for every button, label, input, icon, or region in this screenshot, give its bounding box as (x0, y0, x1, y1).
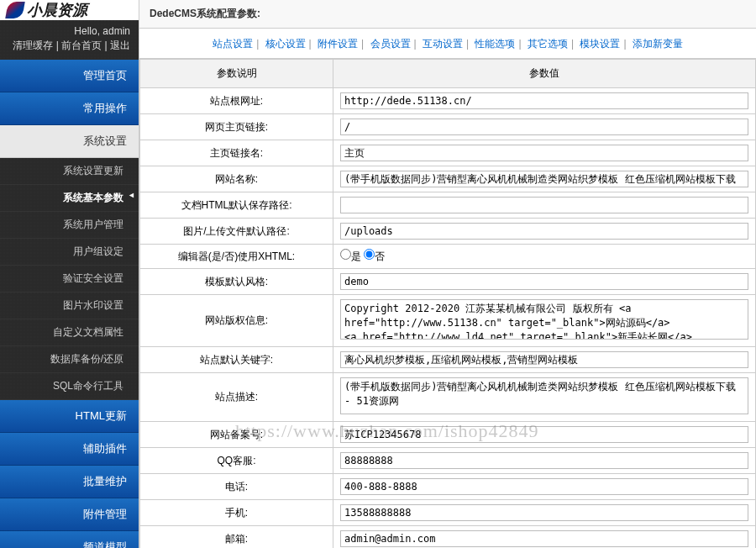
param-input[interactable] (340, 426, 748, 443)
param-label: QQ客服: (140, 448, 333, 474)
submenu-db-backup[interactable]: 数据库备份/还原 (0, 346, 139, 373)
param-input[interactable] (340, 223, 748, 240)
submenu-sql-cli[interactable]: SQL命令行工具 (0, 373, 139, 400)
param-value-cell (333, 422, 756, 448)
logo: 小晨资源 (0, 0, 139, 20)
param-input[interactable] (340, 145, 748, 161)
tab-bar: 站点设置| 核心设置| 附件设置| 会员设置| 互动设置| 性能选项| 其它选项… (139, 29, 756, 59)
table-row: 站点根网址: (140, 88, 756, 114)
param-value-cell (333, 219, 756, 245)
submenu-custom-attr[interactable]: 自定义文档属性 (0, 319, 139, 346)
tab-core[interactable]: 核心设置 (265, 38, 306, 50)
table-row: 编辑器(是/否)使用XHTML:是 否 (140, 245, 756, 269)
table-row: 主页链接名: (140, 140, 756, 166)
param-label: 主页链接名: (140, 140, 333, 166)
param-value-cell (333, 500, 756, 526)
user-greeting: Hello, admin (0, 20, 139, 39)
param-value-cell (333, 269, 756, 295)
menu-channel-model[interactable]: 频道模型 (0, 531, 139, 548)
menu-batch[interactable]: 批量维护 (0, 466, 139, 498)
config-table: 参数说明 参数值 站点根网址:网页主页链接:主页链接名:网站名称:文档HTML默… (139, 59, 756, 548)
menu-html-update[interactable]: HTML更新 (0, 400, 139, 433)
table-row: 图片/上传文件默认路径: (140, 219, 756, 245)
submenu: 系统设置更新 系统基本参数 系统用户管理 用户组设定 验证安全设置 图片水印设置… (0, 158, 139, 400)
param-input[interactable] (340, 478, 748, 495)
param-input[interactable] (340, 273, 748, 290)
param-label: 手机: (140, 500, 333, 526)
param-label: 网页主页链接: (140, 114, 333, 140)
tab-interact[interactable]: 互动设置 (423, 38, 463, 50)
menu-attachments[interactable]: 附件管理 (0, 498, 139, 531)
param-label: 站点根网址: (140, 88, 333, 114)
menu-admin-home[interactable]: 管理首页 (0, 60, 139, 92)
logout-link[interactable]: 退出 (110, 40, 130, 51)
param-textarea[interactable] (340, 377, 748, 414)
param-value-cell (333, 347, 756, 373)
table-row: 网站版权信息: (140, 295, 756, 347)
tab-member[interactable]: 会员设置 (370, 38, 411, 50)
param-label: 文档HTML默认保存路径: (140, 192, 333, 219)
param-label: 网站备案号: (140, 422, 333, 448)
submenu-user-mgmt[interactable]: 系统用户管理 (0, 212, 139, 239)
submenu-usergroup[interactable]: 用户组设定 (0, 239, 139, 266)
tab-other[interactable]: 其它选项 (528, 38, 568, 50)
logo-icon (5, 2, 25, 18)
param-value-cell (333, 192, 756, 219)
table-row: 文档HTML默认保存路径: (140, 192, 756, 219)
tab-module[interactable]: 模块设置 (580, 38, 620, 50)
clear-cache-link[interactable]: 清理缓存 (13, 40, 53, 51)
menu-system-settings[interactable]: 系统设置 (0, 125, 139, 158)
menu-common-ops[interactable]: 常用操作 (0, 92, 139, 125)
param-input[interactable] (340, 530, 748, 547)
param-textarea[interactable] (340, 299, 748, 340)
param-value-cell (333, 448, 756, 474)
param-value-cell (333, 140, 756, 166)
submenu-system-update[interactable]: 系统设置更新 (0, 158, 139, 185)
param-label: 网站版权信息: (140, 295, 333, 347)
table-row: 邮箱: (140, 526, 756, 549)
param-input[interactable] (340, 171, 748, 187)
table-row: 网站备案号: (140, 422, 756, 448)
table-row: 模板默认风格: (140, 269, 756, 295)
param-input[interactable] (340, 92, 748, 109)
tab-site[interactable]: 站点设置 (213, 38, 253, 50)
sidebar: 小晨资源 Hello, admin 清理缓存 | 前台首页 | 退出 管理首页 … (0, 0, 139, 548)
table-row: QQ客服: (140, 448, 756, 474)
param-label: 邮箱: (140, 526, 333, 549)
table-row: 网页主页链接: (140, 114, 756, 140)
param-label: 站点默认关键字: (140, 347, 333, 373)
main-content: DedeCMS系统配置参数: 站点设置| 核心设置| 附件设置| 会员设置| 互… (139, 0, 756, 548)
param-label: 图片/上传文件默认路径: (140, 219, 333, 245)
logo-text: 小晨资源 (27, 0, 87, 20)
param-input[interactable] (340, 197, 748, 213)
table-row: 站点描述: (140, 373, 756, 422)
submenu-security[interactable]: 验证安全设置 (0, 266, 139, 292)
param-input[interactable] (340, 119, 748, 135)
param-input[interactable] (340, 351, 748, 368)
param-value-cell (333, 166, 756, 192)
param-value-cell (333, 114, 756, 140)
radio-yes[interactable]: 是 (340, 250, 361, 262)
col-value: 参数值 (333, 60, 756, 88)
submenu-basic-params[interactable]: 系统基本参数 (0, 185, 139, 212)
param-input[interactable] (340, 452, 748, 469)
param-label: 站点描述: (140, 373, 333, 422)
param-label: 网站名称: (140, 166, 333, 192)
param-value-cell (333, 88, 756, 114)
param-value-cell: 是 否 (333, 245, 756, 269)
tab-add-var[interactable]: 添加新变量 (633, 38, 683, 50)
submenu-watermark[interactable]: 图片水印设置 (0, 292, 139, 319)
radio-no[interactable]: 否 (364, 250, 385, 262)
tab-performance[interactable]: 性能选项 (475, 38, 515, 50)
table-row: 站点默认关键字: (140, 347, 756, 373)
param-input[interactable] (340, 504, 748, 521)
param-label: 电话: (140, 474, 333, 500)
radio-group: 是 否 (340, 250, 385, 262)
tab-attachment[interactable]: 附件设置 (318, 38, 358, 50)
table-row: 手机: (140, 500, 756, 526)
param-value-cell (333, 474, 756, 500)
menu-plugins[interactable]: 辅助插件 (0, 433, 139, 466)
frontend-home-link[interactable]: 前台首页 (61, 40, 102, 51)
param-label: 模板默认风格: (140, 269, 333, 295)
user-actions: 清理缓存 | 前台首页 | 退出 (0, 39, 139, 60)
